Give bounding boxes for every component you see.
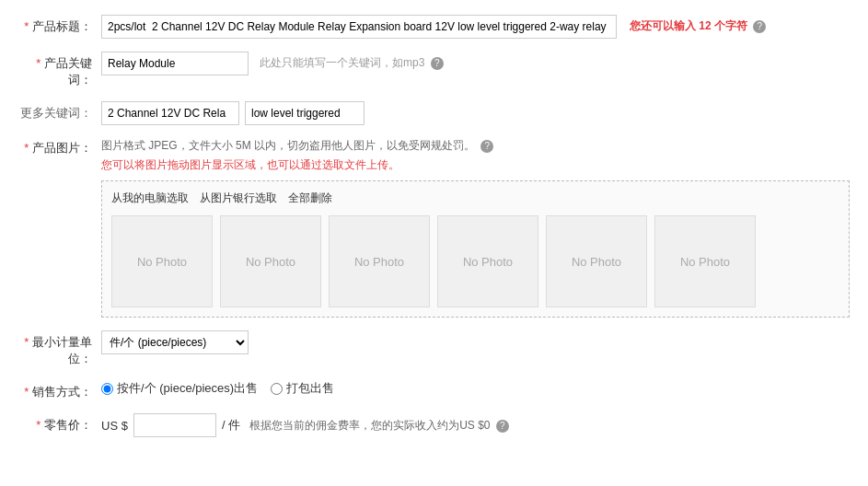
image-toolbar: 从我的电脑选取 从图片银行选取 全部删除: [111, 191, 839, 206]
sale-by-bundle-text: 打包出售: [286, 380, 334, 397]
sale-by-unit-label[interactable]: 按件/个 (piece/pieces)出售: [101, 380, 258, 397]
retail-hint: 根据您当前的佣金费率，您的实际收入约为US $0 ?: [249, 418, 509, 434]
photo-slot-4[interactable]: No Photo: [437, 215, 538, 307]
product-keyword-input[interactable]: [101, 52, 249, 75]
photo-slot-5[interactable]: No Photo: [546, 215, 647, 307]
photo-label-1: No Photo: [137, 255, 187, 269]
more-keywords-label: 更多关键词：: [18, 101, 101, 122]
from-bank-button[interactable]: 从图片银行选取: [200, 191, 277, 206]
retail-unit: / 件: [222, 417, 240, 434]
sale-by-bundle-label[interactable]: 打包出售: [271, 380, 334, 397]
sale-method-label: 销售方式：: [18, 380, 101, 400]
retail-price-input[interactable]: [133, 413, 216, 437]
image-section: 图片格式 JPEG，文件大小 5M 以内，切勿盗用他人图片，以免受网规处罚。 ?…: [101, 138, 850, 318]
photo-grid: No Photo No Photo No Photo No Photo No P…: [111, 215, 839, 307]
more-keyword-2-input[interactable]: [245, 101, 365, 125]
min-unit-label: 最小计量单位：: [18, 330, 101, 367]
sale-method-row: 按件/个 (piece/pieces)出售 打包出售: [101, 380, 334, 397]
retail-help-icon[interactable]: ?: [496, 420, 509, 433]
image-hint: 图片格式 JPEG，文件大小 5M 以内，切勿盗用他人图片，以免受网规处罚。 ?: [101, 138, 850, 154]
keyword-hint: 此处只能填写一个关键词，如mp3 ?: [260, 52, 444, 71]
photo-label-6: No Photo: [680, 255, 730, 269]
title-help-icon[interactable]: ?: [753, 20, 766, 33]
keyword-help-icon[interactable]: ?: [431, 57, 444, 70]
photo-label-2: No Photo: [246, 255, 295, 269]
photo-label-5: No Photo: [572, 255, 621, 269]
retail-currency: US $: [101, 419, 128, 433]
retail-price-row: US $ / 件 根据您当前的佣金费率，您的实际收入约为US $0 ?: [101, 413, 509, 437]
more-keyword-1-input[interactable]: [101, 101, 239, 125]
photo-slot-2[interactable]: No Photo: [220, 215, 321, 307]
unit-row: 件/个 (piece/pieces) 套 (set/sets) 箱 (box/b…: [101, 330, 249, 354]
photo-slot-3[interactable]: No Photo: [329, 215, 430, 307]
photo-slot-1[interactable]: No Photo: [111, 215, 213, 307]
from-pc-button[interactable]: 从我的电脑选取: [111, 191, 189, 206]
product-keyword-label: 产品关键词：: [18, 52, 101, 88]
image-box: 从我的电脑选取 从图片银行选取 全部删除 No Photo No Photo N…: [101, 180, 850, 318]
image-upload-text: 您可以将图片拖动图片显示区域，也可以通过选取文件上传。: [101, 157, 850, 173]
sale-by-unit-radio[interactable]: [101, 383, 113, 395]
product-image-label: 产品图片：: [18, 138, 101, 156]
product-title-input[interactable]: [101, 15, 617, 39]
char-hint: 您还可以输入 12 个字符 ?: [630, 15, 766, 34]
unit-select[interactable]: 件/个 (piece/pieces) 套 (set/sets) 箱 (box/b…: [101, 330, 249, 354]
sale-by-bundle-radio[interactable]: [271, 383, 283, 395]
product-title-label: 产品标题：: [18, 15, 101, 35]
image-help-icon[interactable]: ?: [480, 140, 493, 153]
delete-all-button[interactable]: 全部删除: [288, 191, 332, 206]
photo-label-3: No Photo: [354, 255, 404, 269]
photo-label-4: No Photo: [463, 255, 513, 269]
sale-by-unit-text: 按件/个 (piece/pieces)出售: [117, 380, 258, 397]
photo-slot-6[interactable]: No Photo: [654, 215, 756, 307]
retail-price-label: 零售价：: [18, 413, 101, 434]
